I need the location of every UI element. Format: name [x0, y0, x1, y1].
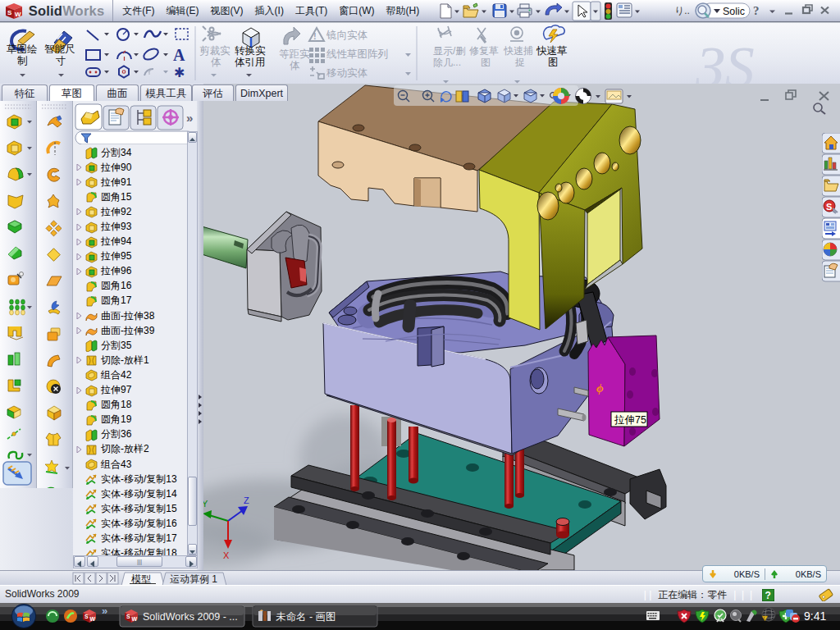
svg-text:!: !	[313, 31, 317, 41]
svg-text:W: W	[132, 616, 138, 622]
svg-text:ϕ: ϕ	[596, 381, 604, 395]
svg-text:剪裁实: 剪裁实	[199, 45, 231, 57]
svg-text:W: W	[90, 616, 96, 622]
svg-text:»: »	[186, 111, 193, 125]
svg-text:A: A	[173, 46, 185, 64]
svg-text:?: ?	[753, 4, 760, 17]
svg-text:体: 体	[211, 57, 221, 68]
svg-text:转换实: 转换实	[235, 45, 266, 57]
svg-text:Z: Z	[244, 495, 249, 505]
svg-text:S: S	[7, 9, 12, 16]
svg-text:移动实体: 移动实体	[326, 67, 368, 79]
svg-text:捉: 捉	[514, 57, 525, 68]
svg-text:9:41: 9:41	[804, 609, 826, 623]
svg-text:除几...: 除几...	[433, 57, 461, 68]
svg-text:SolidWorks 2009 - ...: SolidWorks 2009 - ...	[143, 611, 238, 623]
svg-text:S: S	[84, 614, 89, 619]
svg-text:图: 图	[481, 57, 491, 68]
svg-text:寸: 寸	[56, 55, 66, 66]
svg-text:り..: り..	[674, 5, 690, 16]
svg-text:线性草图阵列: 线性草图阵列	[326, 48, 388, 60]
svg-text:拉伸75: 拉伸75	[614, 414, 646, 426]
svg-text:图: 图	[548, 57, 559, 68]
svg-text:模型: 模型	[131, 573, 151, 585]
svg-text:等距实: 等距实	[279, 48, 310, 60]
svg-text:智能尺: 智能尺	[44, 43, 75, 55]
svg-text:未命名 - 画图: 未命名 - 画图	[276, 611, 336, 623]
svg-text:X: X	[223, 550, 230, 560]
svg-text:?: ?	[765, 590, 771, 601]
svg-text:ЗS: ЗS	[696, 34, 755, 84]
svg-text:运动算例 1: 运动算例 1	[170, 573, 217, 585]
svg-text:Solic: Solic	[723, 6, 745, 17]
svg-text:草图绘: 草图绘	[7, 43, 38, 55]
svg-text:体: 体	[290, 60, 300, 71]
svg-text:修复草: 修复草	[469, 45, 499, 57]
svg-text:✱: ✱	[174, 66, 185, 80]
svg-text:制: 制	[17, 55, 28, 66]
svg-text:体引用: 体引用	[235, 57, 266, 68]
svg-text:W: W	[15, 11, 21, 18]
svg-text:»: »	[102, 605, 107, 617]
svg-text:S: S	[826, 202, 832, 212]
svg-text:快速捕: 快速捕	[503, 45, 533, 57]
svg-text:镜向实体: 镜向实体	[326, 30, 368, 41]
svg-text:快速草: 快速草	[536, 45, 568, 57]
svg-text:S: S	[126, 614, 130, 619]
svg-text:Y: Y	[203, 499, 208, 509]
svg-text:显示/删: 显示/删	[433, 45, 465, 57]
